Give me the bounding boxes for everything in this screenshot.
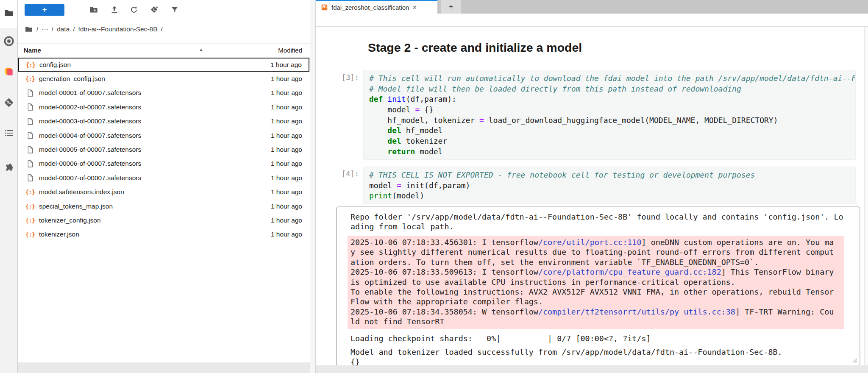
file-name: tokenizer_config.json [39,217,271,224]
extension-cards-icon[interactable] [3,66,14,77]
breadcrumb-sep: / [73,25,75,33]
tab-bar: fdai_zeroshot_classification × + [316,0,868,14]
tab-title: fdai_zeroshot_classification [331,4,409,11]
sort-ascending-icon[interactable]: ▲ [199,47,203,52]
json-file-icon: {:} [25,75,35,82]
column-header-name[interactable]: Name [24,47,41,54]
file-row[interactable]: model-00007-of-00007.safetensors1 hour a… [18,171,310,185]
upload-icon[interactable] [109,5,120,15]
column-header-modified[interactable]: Modified [278,47,302,54]
breadcrumb-item-model-dir[interactable]: fdtn-ai--Foundation-Sec-8B [78,25,158,33]
file-list-header: Name ▲ Modified [18,43,310,57]
table-of-contents-icon[interactable] [3,128,14,139]
file-row[interactable]: {:}generation_config.json1 hour ago [18,72,310,86]
breadcrumb-ellipsis[interactable]: ⋯ [42,25,48,33]
cell-prompt: [3]: [342,73,363,82]
file-name: model-00001-of-00007.safetensors [39,89,271,97]
activity-bar [0,0,18,373]
file-row[interactable]: model-00001-of-00007.safetensors1 hour a… [18,86,310,100]
json-file-icon: {:} [25,231,35,238]
json-file-icon: {:} [25,189,35,195]
new-folder-icon[interactable] [89,5,99,15]
file-row[interactable]: model-00003-of-00007.safetensors1 hour a… [18,114,310,128]
file-icon [25,146,35,154]
file-modified: 1 hour ago [271,117,302,125]
output-source-link: /compiler/tf2tensorrt/utils/py_utils.cc:… [538,307,735,316]
file-name: model-00004-of-00007.safetensors [39,132,271,139]
running-sessions-icon[interactable] [3,36,14,47]
file-icon [25,89,35,97]
file-browser-toolbar: + [18,0,310,19]
file-name: config.json [39,61,270,69]
file-icon [25,160,35,168]
file-modified: 1 hour ago [271,188,302,196]
file-row[interactable]: model-00005-of-00007.safetensors1 hour a… [18,142,310,156]
notebook-file-icon [321,4,328,11]
output-stdout: Model and tokenizer loaded successfully … [351,347,847,365]
output-stderr: 2025-10-06 07:18:33.456301: I tensorflow… [348,236,844,329]
notebook-content: Stage 2 - create and initialize a model … [316,27,868,365]
markdown-heading[interactable]: Stage 2 - create and initialize a model [368,41,582,55]
file-icon [25,174,35,182]
git-icon[interactable] [3,97,14,108]
breadcrumb-sep: / [161,25,163,33]
notebook-toolbar: + Code [316,14,868,27]
file-name: model-00006-of-00007.safetensors [39,160,271,167]
breadcrumb: / ⋯ / data / fdtn-ai--Foundation-Sec-8B … [25,24,163,35]
notebook-scrollbar[interactable] [864,27,868,365]
new-launcher-button[interactable]: + [25,4,64,16]
file-icon [25,131,35,139]
output-source-link: /core/platform/cpu_feature_guard.cc:182 [538,267,721,276]
file-row[interactable]: {:}config.json1 hour ago [18,58,309,72]
file-row[interactable]: {:}tokenizer_config.json1 hour ago [18,213,310,227]
file-modified: 1 hour ago [271,89,302,97]
tab-close-icon[interactable]: × [410,3,419,12]
file-modified: 1 hour ago [271,231,302,238]
file-modified: 1 hour ago [271,132,302,139]
file-modified: 1 hour ago [271,75,302,83]
git-clone-icon[interactable] [149,5,159,15]
column-divider [215,45,215,56]
file-row[interactable]: model-00006-of-00007.safetensors1 hour a… [18,157,310,171]
filter-icon[interactable] [170,5,180,15]
output-stdout: Loading checkpoint shards: 0%| | 0/7 [00… [351,334,847,343]
file-row[interactable]: {:}special_tokens_map.json1 hour ago [18,199,310,213]
file-name: model.safetensors.index.json [39,188,271,196]
file-browser-icon[interactable] [3,8,14,19]
file-modified: 1 hour ago [271,217,302,224]
file-modified: 1 hour ago [271,203,302,210]
output-resize-handle[interactable] [852,357,857,365]
cell-output-area[interactable]: Repo folder '/srv/app/model/data/fdtn-ai… [336,206,860,365]
panel-splitter[interactable] [310,0,316,373]
output-content: Repo folder '/srv/app/model/data/fdtn-ai… [348,212,860,365]
output-source-link: /core/util/port.cc:110 [538,238,642,247]
refresh-icon[interactable] [129,5,139,15]
file-row[interactable]: {:}model.safetensors.index.json1 hour ag… [18,185,310,199]
code-cell-editor[interactable]: # This cell will run automatically to do… [363,70,856,160]
jupyterlab-app: + [0,0,868,373]
file-row[interactable]: {:}tokenizer.json1 hour ago [18,228,310,242]
extensions-puzzle-icon[interactable] [3,162,14,173]
file-list: {:}config.json1 hour ago{:}generation_co… [18,58,310,242]
file-modified: 1 hour ago [271,160,302,167]
breadcrumb-sep: / [52,25,53,33]
file-modified: 1 hour ago [270,61,302,69]
new-tab-button[interactable]: + [441,0,461,14]
json-file-icon: {:} [26,61,35,68]
file-name: model-00005-of-00007.safetensors [39,146,271,153]
file-name: tokenizer.json [39,231,271,238]
file-row[interactable]: model-00002-of-00007.safetensors1 hour a… [18,100,310,114]
file-name: special_tokens_map.json [39,203,271,210]
home-folder-icon[interactable] [25,25,33,33]
file-icon [25,117,35,125]
file-modified: 1 hour ago [271,103,302,111]
file-row[interactable]: model-00004-of-00007.safetensors1 hour a… [18,128,310,142]
file-name: model-00003-of-00007.safetensors [39,117,271,125]
code-cell-editor[interactable]: # THIS CELL IS NOT EXPORTED - free noteb… [363,167,856,204]
tab-notebook[interactable]: fdai_zeroshot_classification × [316,0,437,14]
breadcrumb-item-data[interactable]: data [57,25,70,33]
file-modified: 1 hour ago [271,146,302,153]
file-name: model-00007-of-00007.safetensors [39,174,271,182]
output-stdout: Repo folder '/srv/app/model/data/fdtn-ai… [351,212,847,231]
file-modified: 1 hour ago [271,174,302,182]
